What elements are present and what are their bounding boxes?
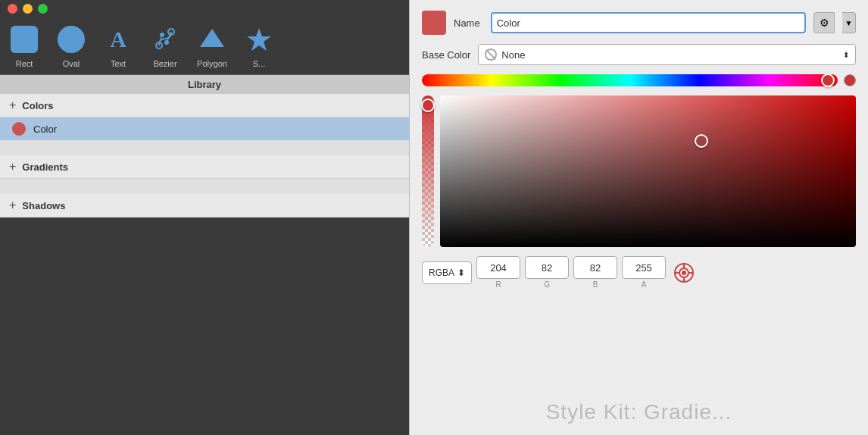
text-icon: A xyxy=(105,26,132,53)
b-label: B xyxy=(593,280,598,289)
r-label: R xyxy=(495,280,501,289)
color-swatch-1 xyxy=(12,122,26,136)
g-label: G xyxy=(544,280,550,289)
opacity-slider[interactable] xyxy=(422,95,434,247)
maximize-button[interactable] xyxy=(38,4,48,14)
section-gap-1 xyxy=(0,140,409,155)
color-preview xyxy=(422,11,446,35)
add-gradient-icon: + xyxy=(9,160,16,174)
text-label: Text xyxy=(111,59,126,68)
add-shadow-icon: + xyxy=(9,199,16,212)
tool-oval[interactable]: Oval xyxy=(55,23,88,68)
rgba-mode-button[interactable]: RGBA ⬍ xyxy=(422,261,472,284)
svg-point-4 xyxy=(160,33,164,37)
tool-bezier[interactable]: Bezier xyxy=(148,23,182,68)
color-item-label-1: Color xyxy=(33,124,57,135)
svg-marker-7 xyxy=(247,28,271,51)
library-header: Library xyxy=(0,75,409,94)
oval-icon xyxy=(58,26,85,53)
minimize-button[interactable] xyxy=(23,4,33,14)
star-icon xyxy=(245,26,273,53)
polygon-icon xyxy=(198,26,226,53)
color-area-row xyxy=(422,95,856,247)
left-panel: Rect Oval A Text Bezier xyxy=(0,0,409,435)
svg-point-14 xyxy=(682,271,686,275)
star-label: S... xyxy=(253,59,266,68)
base-color-chevron: ⬍ xyxy=(843,51,849,59)
gear-dropdown-button[interactable]: ▼ xyxy=(842,12,856,33)
b-channel-group: B xyxy=(573,256,617,289)
eyedropper-icon xyxy=(673,262,695,283)
b-input[interactable] xyxy=(573,256,617,279)
rgba-row: RGBA ⬍ R G B A xyxy=(422,256,856,289)
hue-slider[interactable] xyxy=(422,74,838,86)
a-label: A xyxy=(642,280,647,289)
rgba-mode-label: RGBA xyxy=(429,268,454,278)
colors-section-title: Colors xyxy=(22,100,53,111)
base-color-row: Base Color None ⬍ xyxy=(422,44,856,65)
top-row: Name ⚙ ▼ xyxy=(422,11,856,35)
bezier-icon xyxy=(151,26,179,53)
rect-icon xyxy=(11,26,38,53)
a-input[interactable] xyxy=(622,256,666,279)
gear-button[interactable]: ⚙ xyxy=(813,12,835,33)
shadows-section-row[interactable]: + Shadows xyxy=(0,194,409,218)
opacity-thumb[interactable] xyxy=(421,99,435,112)
add-color-icon: + xyxy=(9,99,16,112)
rect-label: Rect xyxy=(16,59,33,68)
toolbar: Rect Oval A Text Bezier xyxy=(0,17,409,75)
tool-polygon[interactable]: Polygon xyxy=(195,23,229,68)
r-input[interactable] xyxy=(476,256,520,279)
base-color-select[interactable]: None ⬍ xyxy=(478,44,856,65)
none-icon xyxy=(485,49,497,61)
g-channel-group: G xyxy=(525,256,569,289)
saturation-area[interactable] xyxy=(440,95,856,247)
hue-row xyxy=(422,74,856,86)
hue-thumb[interactable] xyxy=(821,74,835,87)
gradients-section-title: Gradients xyxy=(22,161,68,173)
close-button[interactable] xyxy=(8,4,17,14)
right-panel: Name ⚙ ▼ Base Color None ⬍ RG xyxy=(409,0,868,435)
svg-marker-6 xyxy=(200,29,224,47)
name-input[interactable] xyxy=(491,12,806,33)
eyedropper-button[interactable] xyxy=(670,259,698,286)
r-channel-group: R xyxy=(476,256,520,289)
tool-star[interactable]: S... xyxy=(242,23,276,68)
section-gap-2 xyxy=(0,179,409,194)
base-color-value: None xyxy=(501,49,525,61)
sat-thumb[interactable] xyxy=(695,134,708,148)
hue-end-indicator xyxy=(844,74,856,86)
gradients-section-row[interactable]: + Gradients xyxy=(0,155,409,179)
colors-section-row[interactable]: + Colors xyxy=(0,94,409,117)
titlebar xyxy=(0,0,409,17)
svg-point-5 xyxy=(164,40,169,45)
bezier-label: Bezier xyxy=(153,59,176,68)
color-item-1[interactable]: Color xyxy=(0,117,409,140)
tool-rect[interactable]: Rect xyxy=(8,23,41,68)
polygon-label: Polygon xyxy=(197,59,227,68)
base-color-label: Base Color xyxy=(422,49,470,61)
tool-text[interactable]: A Text xyxy=(101,23,135,68)
a-channel-group: A xyxy=(622,256,666,289)
name-label: Name xyxy=(454,17,480,29)
g-input[interactable] xyxy=(525,256,569,279)
rgba-mode-chevron: ⬍ xyxy=(457,268,465,278)
oval-label: Oval xyxy=(63,59,80,68)
bottom-text: Style Kit: Gradie... xyxy=(422,400,856,424)
shadows-section-title: Shadows xyxy=(22,200,65,211)
